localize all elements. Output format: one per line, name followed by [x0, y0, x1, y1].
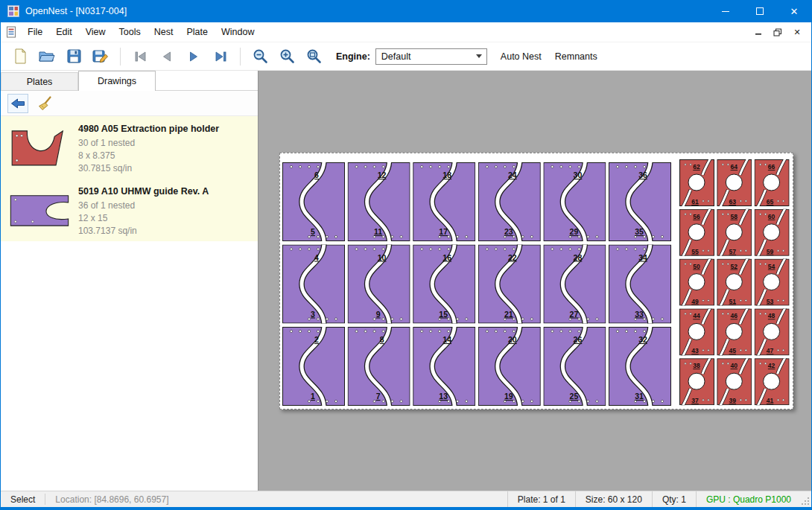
drawing-list: 4980 A05 Extraction pipe holder 30 of 1 … — [1, 116, 258, 241]
mdi-minimize-button[interactable] — [750, 25, 767, 39]
svg-text:63: 63 — [729, 198, 737, 205]
engine-select[interactable]: Default — [375, 48, 487, 65]
svg-text:15: 15 — [439, 310, 448, 319]
svg-text:2: 2 — [314, 335, 319, 344]
status-location: Location: [84.8696, 60.6957] — [45, 491, 178, 507]
panel-tabstrip: Plates Drawings — [1, 71, 258, 91]
svg-text:50: 50 — [693, 263, 700, 270]
open-folder-icon — [39, 50, 55, 63]
svg-text:32: 32 — [638, 335, 647, 344]
part-thumbnail-box — [1, 116, 78, 179]
menu-item-file[interactable]: File — [21, 23, 49, 41]
part-area: 103.7137 sq/in — [78, 225, 209, 238]
svg-text:59: 59 — [767, 248, 774, 255]
status-plate: Plate: 1 of 1 — [507, 491, 575, 507]
svg-text:36: 36 — [638, 170, 647, 179]
svg-text:40: 40 — [731, 362, 738, 369]
new-button[interactable] — [8, 45, 32, 68]
menu-item-edit[interactable]: Edit — [49, 23, 79, 41]
menu-item-view[interactable]: View — [79, 23, 112, 41]
nest-plate[interactable]: 6512111817242330293635431091615222128273… — [279, 153, 793, 409]
close-button[interactable]: ✕ — [777, 0, 811, 22]
svg-text:23: 23 — [504, 227, 513, 236]
svg-text:35: 35 — [635, 227, 644, 236]
nest-plate-svg[interactable]: 6512111817242330293635431091615222128273… — [280, 153, 793, 409]
svg-text:31: 31 — [635, 392, 644, 401]
tab-drawings[interactable]: Drawings — [78, 71, 156, 91]
nav-first-button[interactable] — [128, 45, 152, 68]
nav-previous-button[interactable] — [155, 45, 179, 68]
svg-text:49: 49 — [691, 298, 699, 305]
drawings-toolbar — [1, 91, 258, 116]
maximize-button[interactable] — [743, 0, 777, 22]
maximize-icon — [756, 7, 764, 15]
status-bar: Select Location: [84.8696, 60.6957] Plat… — [1, 491, 811, 507]
status-qty: Qty: 1 — [652, 491, 696, 507]
svg-text:1: 1 — [311, 392, 315, 401]
svg-text:61: 61 — [691, 198, 699, 205]
mdi-close-button[interactable]: ✕ — [789, 25, 805, 39]
svg-text:55: 55 — [691, 248, 699, 255]
side-panel: Plates Drawings — [1, 71, 258, 491]
tab-plates[interactable]: Plates — [1, 72, 78, 90]
zoom-out-button[interactable] — [248, 45, 272, 68]
auto-nest-button[interactable]: Auto Nest — [501, 51, 542, 62]
zoom-in-button[interactable] — [275, 45, 299, 68]
resize-grip[interactable] — [801, 491, 811, 507]
svg-text:52: 52 — [731, 263, 738, 270]
svg-text:27: 27 — [570, 310, 579, 319]
nest-canvas[interactable]: 6512111817242330293635431091615222128273… — [258, 71, 811, 491]
remnants-button[interactable]: Remnants — [555, 51, 597, 62]
svg-text:24: 24 — [508, 170, 517, 179]
menu-item-window[interactable]: Window — [215, 23, 261, 41]
svg-text:51: 51 — [729, 298, 737, 305]
svg-text:17: 17 — [439, 227, 448, 236]
menu-item-nest[interactable]: Nest — [148, 23, 180, 41]
part-thumbnail-red — [5, 125, 74, 170]
save-as-button[interactable] — [89, 45, 112, 68]
toolbar-separator — [240, 48, 241, 66]
application-window: OpenNest - [N0317-004] ✕ File Edit View … — [0, 0, 812, 510]
mdi-close-icon: ✕ — [793, 28, 800, 37]
nav-next-button[interactable] — [182, 45, 206, 68]
svg-text:12: 12 — [378, 170, 387, 179]
svg-text:5: 5 — [311, 227, 315, 236]
left-arrow-button[interactable] — [7, 94, 28, 113]
clean-button[interactable] — [35, 94, 56, 113]
drawing-item[interactable]: 5019 A10 UHMW guide Rev. A 36 of 1 neste… — [1, 179, 258, 241]
engine-selected-value: Default — [381, 51, 411, 62]
broom-icon — [38, 96, 53, 111]
minimize-button[interactable] — [708, 0, 743, 22]
svg-text:13: 13 — [439, 392, 448, 401]
menu-bar: File Edit View Tools Nest Plate Window ✕ — [1, 22, 811, 42]
close-icon: ✕ — [790, 6, 799, 17]
open-button[interactable] — [35, 45, 59, 68]
previous-icon — [161, 51, 173, 63]
svg-text:4: 4 — [314, 253, 319, 262]
svg-text:16: 16 — [443, 253, 451, 262]
zoom-in-icon — [279, 48, 295, 64]
next-icon — [188, 51, 200, 63]
svg-text:19: 19 — [504, 392, 513, 401]
menu-item-tools[interactable]: Tools — [112, 23, 148, 41]
drawing-item[interactable]: 4980 A05 Extraction pipe holder 30 of 1 … — [1, 116, 258, 179]
window-bottom-border — [1, 507, 811, 510]
svg-text:46: 46 — [731, 312, 738, 319]
mdi-restore-button[interactable] — [770, 25, 786, 39]
zoom-fit-button[interactable] — [302, 45, 326, 68]
svg-text:62: 62 — [693, 163, 700, 170]
svg-text:11: 11 — [374, 227, 382, 236]
save-icon — [67, 49, 81, 63]
part-nested-count: 30 of 1 nested — [78, 137, 219, 150]
svg-text:53: 53 — [767, 298, 774, 305]
menu-item-plate[interactable]: Plate — [180, 23, 215, 41]
status-mode: Select — [1, 491, 45, 507]
part-thumbnail-purple — [5, 188, 74, 232]
nav-last-button[interactable] — [209, 45, 232, 68]
svg-text:41: 41 — [767, 397, 774, 404]
svg-text:48: 48 — [768, 312, 775, 319]
svg-text:44: 44 — [693, 312, 700, 319]
save-button[interactable] — [62, 45, 86, 68]
svg-text:26: 26 — [574, 335, 583, 344]
svg-text:37: 37 — [691, 397, 699, 404]
